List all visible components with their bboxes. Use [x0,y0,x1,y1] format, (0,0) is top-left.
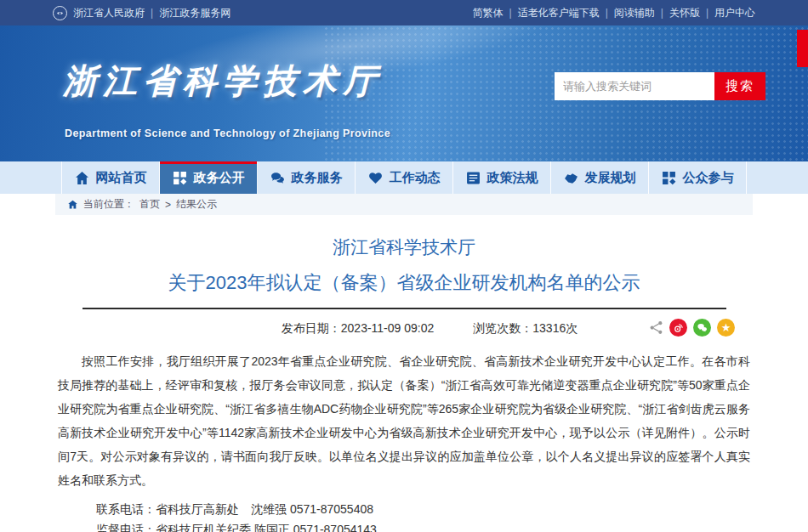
nav-label: 政务公开 [194,170,245,186]
nav-label: 工作动态 [390,170,441,186]
link-simplified-traditional[interactable]: 简繁体 [473,6,504,20]
heart-icon [368,171,383,185]
zhejiang-gov-emblem-icon [53,6,67,20]
breadcrumb-home-link[interactable]: 首页 [139,197,160,212]
article-title-line2: 关于2023年拟认定（备案）省级企业研发机构名单的公示 [58,270,750,296]
article-title-line1: 浙江省科学技术厅 [58,235,750,259]
title-divider [83,308,726,309]
top-utility-bar: 浙江省人民政府 | 浙江政务服务网 简繁体 | 适老化客户端下载 | 阅读辅助 … [0,0,808,25]
nav-item-work-news[interactable]: 工作动态 [356,161,453,194]
breadcrumb: 当前位置： 首页 > 结果公示 [55,194,753,215]
participation-icon [662,171,676,185]
topbar-separator: | [706,7,708,19]
article-meta: 发布日期：2023-11-09 09:02 浏览次数：13316次 ★ [58,319,750,339]
document-icon [466,171,481,185]
breadcrumb-bar: 当前位置： 首页 > 结果公示 [0,194,808,215]
topbar-separator: | [509,7,512,19]
link-care-version[interactable]: 关怀版 [669,6,700,20]
nav-item-development-plans[interactable]: 发展规划 [551,161,649,194]
link-elderly-client-download[interactable]: 适老化客户端下载 [518,6,600,20]
breadcrumb-current: 结果公示 [176,197,217,212]
nav-item-policies[interactable]: 政策法规 [453,161,551,194]
link-zhejiang-gov[interactable]: 浙江省人民政府 [73,6,145,20]
topbar-separator: | [151,7,153,19]
banner-red-decoration [797,30,808,67]
site-banner: 浙江省科学技术厅 Department of Science and Techn… [0,25,808,161]
home-small-icon [67,199,78,210]
wechat-share-icon[interactable] [693,319,711,337]
topbar-right: 简繁体 | 适老化客户端下载 | 阅读辅助 | 关怀版 | 用户中心 [473,6,756,20]
main-nav: 网站首页 政务公开 政务服务 工作动态 政策法规 发展规划 公众参与 [0,161,808,194]
nav-item-gov-openness[interactable]: 政务公开 [160,161,258,194]
site-title: 浙江省科学技术厅 [63,58,383,105]
topbar-left: 浙江省人民政府 | 浙江政务服务网 [53,6,230,20]
nav-item-gov-services[interactable]: 政务服务 [258,161,356,194]
handshake-icon [564,171,578,185]
share-toolbar: ★ [649,319,735,337]
link-reading-aid[interactable]: 阅读辅助 [614,6,655,20]
link-user-center[interactable]: 用户中心 [714,6,755,20]
search-input[interactable] [555,72,714,100]
publish-date: 发布日期：2023-11-09 09:02 [282,321,435,337]
nav-label: 发展规划 [585,170,636,186]
search-button[interactable]: 搜索 [714,72,765,100]
supervise-phone-line: 监督电话：省科技厅机关纪委 陈国正 0571-87054143 [58,520,750,532]
chat-bubbles-icon [270,171,285,185]
topbar-separator: | [661,7,663,19]
nav-item-home[interactable]: 网站首页 [61,161,160,194]
nav-label: 政务服务 [292,170,343,186]
weibo-share-icon[interactable] [669,319,687,337]
topbar-separator: | [606,7,608,19]
link-zhejiang-service[interactable]: 浙江政务服务网 [159,6,230,20]
site-search: 搜索 [555,72,765,100]
nav-item-public-participation[interactable]: 公众参与 [649,161,747,194]
nav-label: 公众参与 [683,170,734,186]
nav-label: 网站首页 [96,170,147,186]
contact-phone-line: 联系电话：省科技厅高新处 沈维强 0571-87055408 [58,500,750,519]
article-body: 按照工作安排，我厅组织开展了2023年省重点企业研究院、省企业研究院、省高新技术… [58,349,750,492]
home-icon [75,171,89,185]
nav-label: 政策法规 [487,170,538,186]
site-subtitle-en: Department of Science and Technology of … [65,127,390,139]
qzone-share-icon[interactable]: ★ [717,319,735,337]
openness-icon [173,171,187,185]
view-count: 浏览次数：13316次 [473,321,578,337]
breadcrumb-separator: > [165,199,171,211]
article-content: 浙江省科学技术厅 关于2023年拟认定（备案）省级企业研发机构名单的公示 发布日… [58,235,750,532]
share-icon[interactable] [649,320,663,335]
breadcrumb-label: 当前位置： [83,197,134,212]
